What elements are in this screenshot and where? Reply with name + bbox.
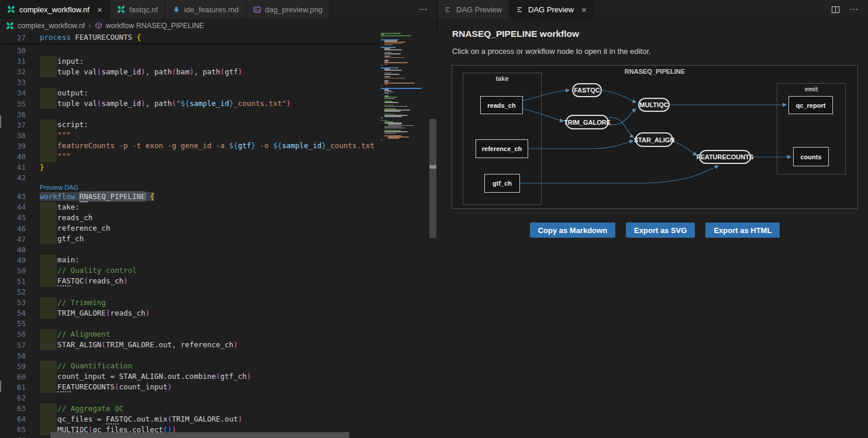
tab-dag-preview[interactable]: DAG Preview× — [509, 0, 594, 19]
code-line-43[interactable]: 43workflow RNASEQ_PIPELINE { — [0, 191, 379, 202]
copy-as-markdown-button[interactable]: Copy as Markdown — [530, 223, 615, 238]
tab-dag-preview-png[interactable]: dag_preview.png — [246, 0, 330, 19]
code-editor[interactable]: 27process FEATURECOUNTS {3031 input:32 t… — [0, 32, 438, 438]
line-number: 63 — [0, 404, 40, 413]
code-line-42[interactable]: 42 — [0, 173, 379, 183]
line-number: 61 — [0, 383, 40, 392]
code-token: " — [176, 99, 181, 108]
dag-diagram: RNASEQ_PIPELINE take emit reads_chrefere… — [452, 65, 858, 209]
code-line-47[interactable]: 47 gtf_ch — [0, 234, 379, 244]
line-content: """ — [40, 151, 379, 162]
indent-highlight — [40, 255, 57, 265]
vertical-scrollbar-thumb[interactable] — [429, 119, 436, 238]
line-number: 60 — [0, 372, 40, 381]
line-number: 50 — [0, 266, 40, 275]
code-line-44[interactable]: 44 take: — [0, 202, 379, 213]
code-line-60[interactable]: 60 count_input = STAR_ALIGN.out.combine(… — [0, 371, 379, 382]
code-line-62[interactable]: 62 — [0, 393, 379, 403]
code-line-41[interactable]: 41} — [0, 162, 379, 173]
tab-label: DAG Preview — [528, 5, 574, 14]
node-MULTIQC[interactable]: MULTIQC — [638, 98, 670, 112]
horizontal-scrollbar-track[interactable] — [0, 432, 379, 438]
code-line-37[interactable]: 37 script: — [0, 119, 379, 130]
indent-highlight — [40, 56, 57, 67]
minimap[interactable] — [379, 32, 429, 438]
node-FASTQC[interactable]: FASTQC — [572, 83, 602, 97]
line-number: 44 — [0, 203, 40, 211]
code-line-50[interactable]: 50 // Quality control — [0, 265, 379, 276]
code-line-57[interactable]: 57 STAR_ALIGN(TRIM_GALORE.out, reference… — [0, 340, 379, 350]
code-line-55[interactable]: 55 — [0, 319, 379, 329]
code-line-36[interactable]: 36 — [0, 109, 379, 119]
horizontal-scrollbar-thumb[interactable] — [50, 432, 349, 438]
minimap-line — [379, 139, 429, 141]
line-number: 45 — [0, 213, 40, 222]
codelens-row: Preview DAG — [0, 183, 379, 191]
code-line-31[interactable]: 31 input: — [0, 56, 379, 67]
code-line-33[interactable]: 33 — [0, 77, 379, 88]
close-icon[interactable]: × — [581, 5, 587, 14]
tab-dag-preview[interactable]: DAG Preview — [438, 0, 509, 19]
code-area[interactable]: 27process FEATURECOUNTS {3031 input:32 t… — [0, 32, 379, 438]
line-content: reads_ch — [40, 213, 379, 223]
code-line-64[interactable]: 64 qc_files = FASTQC.out.mix(TRIM_GALORE… — [0, 414, 379, 425]
editor-tab-bar: complex_workflow.nf×fastqc.nfide_feature… — [0, 0, 437, 19]
code-line-46[interactable]: 46 reference_ch — [0, 223, 379, 234]
more-actions-icon[interactable]: ⋯ — [849, 4, 859, 15]
code-line-51[interactable]: 51 FASTQC(reads_ch) — [0, 276, 379, 286]
code-line-35[interactable]: 35 tuple val(sample_id), path("${sample_… — [0, 98, 379, 109]
vertical-scrollbar-track[interactable] — [429, 32, 437, 438]
code-token: } — [40, 163, 44, 172]
code-token: ( — [101, 340, 106, 349]
line-number: 35 — [0, 100, 40, 108]
code-token: ( — [167, 415, 172, 423]
code-token: ) — [238, 67, 243, 76]
code-line-63[interactable]: 63 // Aggregate QC — [0, 403, 379, 414]
code-token: ) — [123, 276, 128, 285]
breadcrumb-file[interactable]: complex_workflow.nf — [18, 22, 85, 30]
code-line-34[interactable]: 34 output: — [0, 88, 379, 98]
code-line-45[interactable]: 45 reads_ch — [0, 213, 379, 223]
code-line-27[interactable]: 27process FEATURECOUNTS { — [0, 32, 379, 43]
code-line-52[interactable]: 52 — [0, 287, 379, 297]
code-line-59[interactable]: 59 // Quantification — [0, 361, 379, 371]
line-content: // Quality control — [40, 265, 379, 276]
tab-ide-features-md[interactable]: ide_features.md — [166, 0, 246, 19]
preview-icon — [516, 6, 524, 13]
code-token: TURECOUNTS — [71, 382, 115, 391]
split-editor-icon[interactable] — [831, 5, 840, 14]
code-token: , path — [146, 99, 172, 108]
code-line-40[interactable]: 40 """ — [0, 151, 379, 162]
indent-highlight — [40, 141, 57, 151]
node-TRIM_GALORE[interactable]: TRIM_GALORE — [566, 115, 609, 129]
breadcrumb-symbol[interactable]: workflow RNASEQ_PIPELINE — [106, 22, 204, 30]
indent-highlight — [40, 329, 57, 340]
export-as-html-button[interactable]: Export as HTML — [705, 223, 780, 238]
indent-highlight — [40, 202, 57, 213]
line-number: 42 — [0, 173, 40, 182]
code-line-54[interactable]: 54 TRIM_GALORE(reads_ch) — [0, 308, 379, 319]
code-line-48[interactable]: 48 — [0, 244, 379, 255]
tab-complex-workflow-nf[interactable]: complex_workflow.nf× — [0, 0, 110, 19]
code-line-49[interactable]: 49 main: — [0, 255, 379, 265]
code-line-56[interactable]: 56 // Alignment — [0, 329, 379, 340]
tab-fastqc-nf[interactable]: fastqc.nf — [110, 0, 166, 19]
code-line-32[interactable]: 32 tuple val(sample_id), path(bam), path… — [0, 67, 379, 77]
code-token: ) — [146, 309, 150, 317]
chevron-right-icon: › — [88, 21, 91, 30]
codelens-preview-dag[interactable]: Preview DAG — [40, 184, 78, 191]
close-icon[interactable]: × — [97, 5, 102, 14]
more-actions-icon[interactable]: ⋯ — [418, 4, 428, 15]
export-as-svg-button[interactable]: Export as SVG — [626, 223, 695, 238]
indent-highlight — [40, 130, 57, 141]
code-line-61[interactable]: 61 FEATURECOUNTS(count_input) — [0, 382, 379, 392]
code-line-53[interactable]: 53 // Trimming — [0, 297, 379, 308]
code-line-30[interactable]: 30 — [0, 46, 379, 56]
node-STAR_ALIGN[interactable]: STAR_ALIGN — [635, 132, 673, 147]
code-line-39[interactable]: 39 featureCounts -p -t exon -g gene_id -… — [0, 141, 379, 151]
code-line-58[interactable]: 58 — [0, 350, 379, 361]
edge-TRIM_GALORE-to-STAR_ALIGN — [609, 118, 633, 137]
node-FEATURECOUNTS[interactable]: FEATURECOUNTS — [699, 150, 751, 164]
code-line-38[interactable]: 38 """ — [0, 130, 379, 141]
code-token: ) — [247, 372, 252, 381]
